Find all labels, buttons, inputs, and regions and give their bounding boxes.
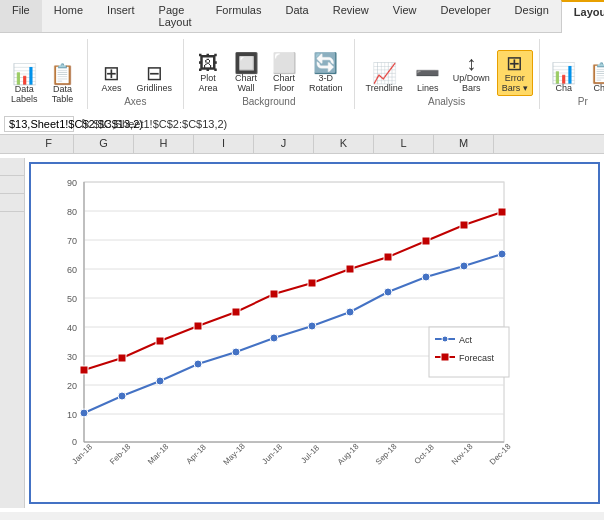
tab-layout[interactable]: Layout	[561, 0, 604, 33]
col-header-j: J	[254, 135, 314, 153]
cha1-icon: 📊	[551, 63, 576, 83]
3d-rotation-button[interactable]: 🔄 3-DRotation	[304, 50, 348, 96]
svg-point-40	[270, 334, 278, 342]
gridlines-icon: ⊟	[146, 63, 163, 83]
tab-view[interactable]: View	[381, 0, 429, 32]
svg-rect-58	[498, 208, 506, 216]
updown-bars-icon: ↕	[466, 53, 476, 73]
col-header-m: M	[434, 135, 494, 153]
svg-rect-56	[422, 237, 430, 245]
svg-text:50: 50	[67, 294, 77, 304]
group-analysis-label: Analysis	[361, 96, 533, 109]
chart-floor-label: ChartFloor	[273, 73, 295, 93]
gridlines-button[interactable]: ⊟ Gridlines	[132, 60, 178, 96]
svg-text:Sep-18: Sep-18	[374, 442, 399, 467]
ribbon-group-background: 🖼 PlotArea 🔲 ChartWall ⬜ ChartFloor 🔄 3-…	[184, 39, 355, 109]
svg-text:Nov-18: Nov-18	[450, 442, 475, 467]
chart-svg: 90 80 70 60 50 40 30 20 10 0 Jan-18 Feb-…	[39, 172, 569, 492]
ribbon: File Home Insert Page Layout Formulas Da…	[0, 0, 604, 113]
col-header-g: G	[74, 135, 134, 153]
svg-rect-52	[270, 290, 278, 298]
group-pr-label: Pr	[546, 96, 604, 109]
trendline-button[interactable]: 📈 Trendline	[361, 60, 408, 96]
svg-rect-47	[80, 366, 88, 374]
axes-button[interactable]: ⊞ Axes	[94, 60, 130, 96]
trendline-icon: 📈	[372, 63, 397, 83]
error-bars-button[interactable]: ⊞ ErrorBars ▾	[497, 50, 533, 96]
svg-text:10: 10	[67, 410, 77, 420]
svg-rect-54	[346, 265, 354, 273]
data-table-label: DataTable	[52, 84, 74, 104]
svg-rect-55	[384, 253, 392, 261]
svg-point-45	[460, 262, 468, 270]
3d-rotation-label: 3-DRotation	[309, 73, 343, 93]
ribbon-group-analysis: 📈 Trendline ➖ Lines ↕ Up/DownBars ⊞ Erro…	[355, 39, 540, 109]
svg-point-44	[422, 273, 430, 281]
svg-rect-64	[441, 353, 449, 361]
svg-text:Jul-18: Jul-18	[299, 443, 321, 465]
col-header-l: L	[374, 135, 434, 153]
svg-text:Act: Act	[459, 335, 473, 345]
column-headers: F G H I J K L M	[0, 135, 604, 154]
tab-insert[interactable]: Insert	[95, 0, 147, 32]
data-labels-button[interactable]: 📊 DataLabels	[6, 61, 43, 107]
formula-content: $13,Sheet1!$C$2:$C$13,2)	[93, 118, 600, 130]
cha2-icon: 📋	[589, 63, 604, 83]
tab-file[interactable]: File	[0, 0, 42, 32]
svg-point-46	[498, 250, 506, 258]
lines-icon: ➖	[415, 63, 440, 83]
svg-text:Oct-18: Oct-18	[413, 442, 437, 466]
svg-point-43	[384, 288, 392, 296]
svg-point-35	[80, 409, 88, 417]
col-header-i: I	[194, 135, 254, 153]
svg-rect-48	[118, 354, 126, 362]
cha2-button[interactable]: 📋 Cha	[584, 60, 604, 96]
tab-data[interactable]: Data	[273, 0, 320, 32]
axes-icon: ⊞	[103, 63, 120, 83]
data-table-icon: 📋	[50, 64, 75, 84]
svg-text:Feb-18: Feb-18	[108, 442, 133, 467]
tab-home[interactable]: Home	[42, 0, 95, 32]
chart-floor-button[interactable]: ⬜ ChartFloor	[266, 50, 302, 96]
tab-review[interactable]: Review	[321, 0, 381, 32]
plot-area-label: PlotArea	[199, 73, 218, 93]
tab-formulas[interactable]: Formulas	[204, 0, 274, 32]
svg-point-61	[442, 336, 448, 342]
svg-rect-50	[194, 322, 202, 330]
svg-point-42	[346, 308, 354, 316]
tab-pagelayout[interactable]: Page Layout	[147, 0, 204, 32]
col-header-h: H	[134, 135, 194, 153]
chart-wall-button[interactable]: 🔲 ChartWall	[228, 50, 264, 96]
chart-container[interactable]: 90 80 70 60 50 40 30 20 10 0 Jan-18 Feb-…	[29, 162, 600, 504]
tab-developer[interactable]: Developer	[428, 0, 502, 32]
svg-text:40: 40	[67, 323, 77, 333]
3d-rotation-icon: 🔄	[313, 53, 338, 73]
svg-text:Dec-18: Dec-18	[488, 442, 513, 467]
chart-floor-icon: ⬜	[272, 53, 297, 73]
cha1-label: Cha	[556, 83, 573, 93]
updown-bars-button[interactable]: ↕ Up/DownBars	[448, 50, 495, 96]
error-bars-icon: ⊞	[506, 53, 523, 73]
error-bars-label: ErrorBars ▾	[502, 73, 528, 93]
gridlines-label: Gridlines	[137, 83, 173, 93]
svg-text:60: 60	[67, 265, 77, 275]
svg-rect-53	[308, 279, 316, 287]
cell-reference[interactable]: $13,Sheet1!$C$2:$C$13,2)	[4, 116, 74, 132]
chart-wall-icon: 🔲	[234, 53, 259, 73]
svg-rect-51	[232, 308, 240, 316]
tab-design[interactable]: Design	[503, 0, 561, 32]
lines-button[interactable]: ➖ Lines	[410, 60, 446, 96]
data-table-button[interactable]: 📋 DataTable	[45, 61, 81, 107]
cha2-label: Cha	[594, 83, 604, 93]
svg-text:20: 20	[67, 381, 77, 391]
svg-text:Apr-18: Apr-18	[185, 442, 209, 466]
svg-point-37	[156, 377, 164, 385]
plot-area-icon: 🖼	[198, 53, 218, 73]
plot-area-button[interactable]: 🖼 PlotArea	[190, 50, 226, 96]
sheet-area: 90 80 70 60 50 40 30 20 10 0 Jan-18 Feb-…	[0, 154, 604, 512]
data-labels-icon: 📊	[12, 64, 37, 84]
svg-point-41	[308, 322, 316, 330]
ribbon-content: 📊 DataLabels 📋 DataTable ⊞ Axes ⊟ Gri	[0, 33, 604, 113]
cha1-button[interactable]: 📊 Cha	[546, 60, 582, 96]
svg-text:Forecast: Forecast	[459, 353, 495, 363]
